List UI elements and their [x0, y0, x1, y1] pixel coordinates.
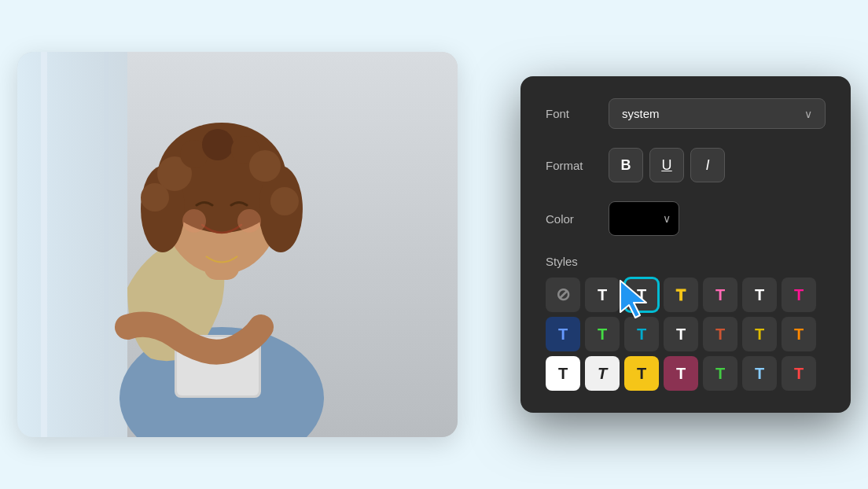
svg-point-18	[182, 209, 206, 233]
color-chevron-icon: ∨	[663, 212, 671, 225]
italic-button[interactable]: I	[690, 148, 725, 182]
style-red-stroke[interactable]: T	[782, 356, 816, 391]
svg-point-13	[202, 129, 234, 160]
styles-label: Styles	[546, 255, 826, 268]
color-picker[interactable]: ∨	[609, 201, 679, 236]
style-orange-stroke[interactable]: T	[782, 317, 816, 351]
style-yellow-2[interactable]: T	[742, 317, 777, 351]
format-row: Format B U I	[546, 148, 826, 182]
style-pink-stroke[interactable]: T	[703, 278, 737, 312]
style-blue-light[interactable]: T	[742, 356, 777, 391]
font-value: system	[622, 107, 660, 120]
font-label: Font	[546, 107, 609, 120]
style-white-bg[interactable]: T	[546, 356, 580, 391]
style-white-pink[interactable]: T	[742, 278, 777, 312]
underline-button[interactable]: U	[649, 148, 684, 182]
svg-point-16	[141, 183, 169, 211]
text-format-panel: Font system ∨ Format B U I C	[520, 76, 851, 413]
style-cyan-blue[interactable]: T	[624, 317, 659, 351]
style-brown-stroke[interactable]: T	[703, 317, 737, 351]
style-outline-cyan[interactable]: T	[624, 278, 659, 312]
format-label: Format	[546, 159, 609, 172]
style-green-stroke[interactable]: T	[585, 317, 620, 351]
style-green-bg[interactable]: T	[703, 356, 737, 391]
photo-card	[17, 52, 458, 437]
scene: Font system ∨ Format B U I C	[17, 24, 851, 465]
font-row: Font system ∨	[546, 98, 826, 129]
color-label: Color	[546, 212, 609, 226]
svg-point-15	[249, 150, 281, 182]
svg-point-17	[270, 187, 299, 215]
style-blue-dark[interactable]: T	[546, 317, 580, 351]
color-swatch	[617, 206, 658, 231]
color-row: Color ∨	[546, 201, 826, 236]
style-yellow-stroke[interactable]: T	[664, 278, 698, 312]
style-plain-2[interactable]: T	[664, 317, 698, 351]
svg-rect-3	[41, 52, 47, 437]
style-maroon-bg[interactable]: T	[664, 356, 698, 391]
style-hot-pink[interactable]: T	[782, 278, 816, 312]
format-buttons: B U I	[609, 148, 725, 182]
styles-grid: ⊘ T T T T T T T T T T T T T T T T T	[546, 278, 826, 391]
svg-point-19	[237, 209, 261, 233]
style-none[interactable]: ⊘	[546, 278, 580, 312]
style-yellow-bg[interactable]: T	[624, 356, 659, 391]
svg-rect-4	[104, 52, 108, 437]
style-plain-white[interactable]: T	[585, 278, 620, 312]
bold-button[interactable]: B	[609, 148, 643, 182]
style-white-bg-2[interactable]: T	[585, 356, 620, 391]
styles-section: Styles ⊘ T T T T T T T T T T T T T T	[546, 255, 826, 391]
font-select[interactable]: system ∨	[609, 98, 826, 129]
chevron-down-icon: ∨	[804, 108, 812, 120]
